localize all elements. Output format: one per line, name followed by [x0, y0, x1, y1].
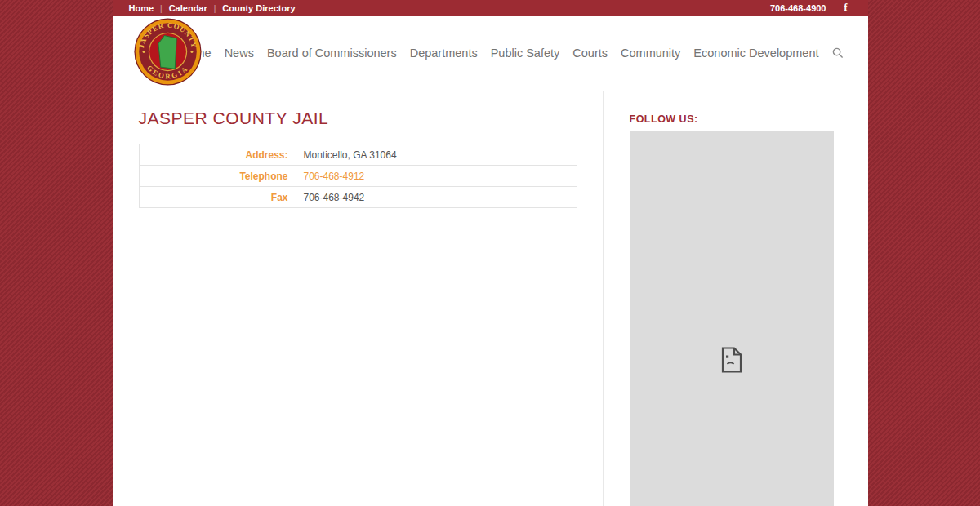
county-shape-icon: [158, 36, 176, 69]
site-header: JASPER COUNTY GEORGIA Home News Board of…: [113, 16, 868, 91]
page-wrapper: Home|Calendar|County Directory 706-468-4…: [113, 0, 868, 506]
nav-public-safety[interactable]: Public Safety: [491, 47, 560, 60]
facebook-icon[interactable]: f: [844, 2, 848, 14]
address-label: Address:: [139, 144, 296, 166]
address-value: Monticello, GA 31064: [296, 144, 577, 166]
top-utility-bar: Home|Calendar|County Directory 706-468-4…: [113, 0, 868, 16]
main-nav: Home News Board of Commissioners Departm…: [180, 47, 844, 60]
broken-image-icon: [721, 347, 742, 373]
telephone-value: 706-468-4912: [296, 166, 577, 187]
sidebar: FOLLOW US:: [604, 91, 867, 506]
toplink-county-directory[interactable]: County Directory: [222, 3, 295, 13]
fax-value: 706-468-4942: [296, 187, 577, 208]
top-links: Home|Calendar|County Directory: [129, 3, 296, 13]
follow-us-heading: FOLLOW US:: [630, 113, 867, 125]
toplink-home[interactable]: Home: [129, 3, 154, 13]
county-seal-graphic: JASPER COUNTY GEORGIA: [134, 18, 202, 86]
nav-courts[interactable]: Courts: [572, 47, 608, 60]
content-area: JASPER COUNTY JAIL Address: Monticello, …: [113, 91, 868, 506]
county-seal-logo[interactable]: JASPER COUNTY GEORGIA: [134, 18, 202, 86]
nav-community[interactable]: Community: [621, 47, 680, 60]
nav-board-of-commissioners[interactable]: Board of Commissioners: [267, 47, 397, 60]
telephone-link[interactable]: 706-468-4912: [304, 171, 365, 182]
nav-economic-development[interactable]: Economic Development: [693, 47, 818, 60]
top-contact: 706-468-4900 f: [770, 2, 848, 14]
top-links-separator: |: [214, 4, 216, 13]
contact-info-table: Address: Monticello, GA 31064 Telephone …: [139, 144, 577, 208]
table-row-address: Address: Monticello, GA 31064: [139, 144, 577, 166]
table-row-fax: Fax 706-468-4942: [139, 187, 577, 208]
table-row-telephone: Telephone 706-468-4912: [139, 166, 577, 187]
main-column: JASPER COUNTY JAIL Address: Monticello, …: [113, 91, 604, 506]
nav-departments[interactable]: Departments: [410, 47, 478, 60]
top-links-separator: |: [160, 4, 163, 13]
nav-news[interactable]: News: [225, 47, 254, 60]
search-icon[interactable]: [832, 47, 844, 59]
fax-label: Fax: [139, 187, 296, 208]
toplink-calendar[interactable]: Calendar: [169, 3, 207, 13]
telephone-label: Telephone: [139, 166, 296, 187]
phone-number: 706-468-4900: [770, 3, 826, 13]
social-image-placeholder: [630, 131, 834, 506]
page-title: JASPER COUNTY JAIL: [139, 109, 577, 128]
